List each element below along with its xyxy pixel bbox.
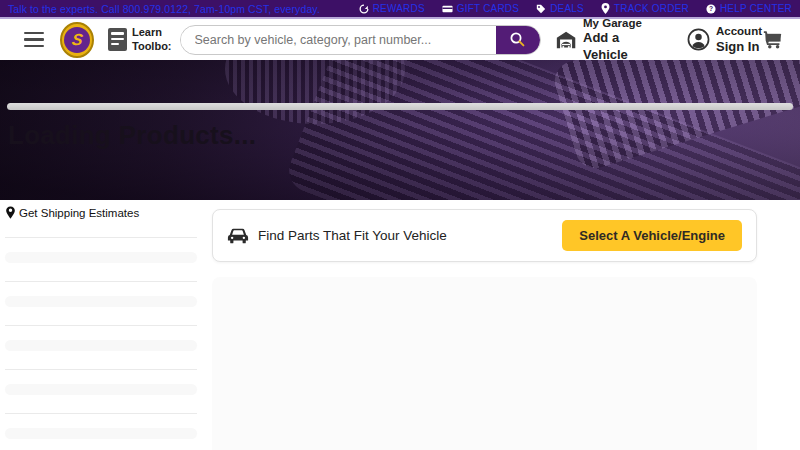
sidebar-skeleton-row [5, 369, 197, 395]
phone-support-link[interactable]: Talk to the experts. Call 800.979.0122, … [8, 3, 320, 15]
account-icon [687, 28, 710, 51]
gift-cards-label: GIFT CARDS [457, 3, 519, 14]
rewards-label: REWARDS [373, 3, 425, 14]
divider [5, 369, 197, 370]
location-pin-icon [5, 206, 16, 219]
learn-toolbox-label: Learn Toolbo: [132, 26, 172, 54]
toolbox-list-icon [108, 28, 127, 51]
divider [5, 413, 197, 414]
main-column: Find Parts That Fit Your Vehicle Select … [212, 209, 757, 450]
my-garage-link[interactable]: My Garage Add a Vehicle [555, 16, 661, 63]
sidebar-skeleton-row [5, 237, 197, 263]
skeleton-bar [5, 428, 197, 439]
cart-icon [762, 29, 784, 50]
divider [5, 237, 197, 238]
utility-links: REWARDS GIFT CARDS DEALS TRACK ORDER [359, 3, 792, 14]
deals-label: DEALS [550, 3, 584, 14]
divider [5, 281, 197, 282]
learn-toolbox-link[interactable]: Learn Toolbo: [108, 26, 172, 54]
account-label: Account Sign In [716, 24, 762, 55]
skeleton-bar [5, 252, 197, 263]
account-sign-in-link[interactable]: Account Sign In [687, 24, 762, 55]
help-center-icon: ? [706, 4, 716, 14]
filters-sidebar: Get Shipping Estimates [5, 206, 197, 450]
loading-progress-bar [7, 103, 793, 110]
vehicle-fitment-card: Find Parts That Fit Your Vehicle Select … [212, 209, 757, 262]
sidebar-skeleton-row [5, 413, 197, 439]
rewards-link[interactable]: REWARDS [359, 3, 425, 14]
deals-icon [536, 4, 546, 14]
cart-button[interactable] [762, 29, 784, 50]
car-icon [227, 227, 249, 245]
skeleton-bar [5, 384, 197, 395]
search-button[interactable] [496, 25, 540, 55]
track-order-link[interactable]: TRACK ORDER [601, 3, 689, 14]
skeleton-bar [5, 296, 197, 307]
skeleton-bar [5, 340, 197, 351]
loading-products-text: Loading Products... [8, 120, 256, 151]
rewards-icon [359, 4, 369, 14]
main-header: S Learn Toolbo: My Garage [0, 19, 800, 60]
garage-icon [555, 28, 577, 52]
deals-link[interactable]: DEALS [536, 3, 584, 14]
divider [5, 325, 197, 326]
select-vehicle-button[interactable]: Select A Vehicle/Engine [562, 220, 742, 251]
shipping-estimates-label: Get Shipping Estimates [19, 207, 139, 219]
hero-banner: Loading Products... [0, 60, 800, 200]
search-icon [509, 31, 526, 48]
help-center-link[interactable]: ? HELP CENTER [706, 3, 792, 14]
my-garage-label: My Garage Add a Vehicle [583, 16, 661, 63]
search-input[interactable] [181, 33, 496, 47]
track-order-label: TRACK ORDER [614, 3, 689, 14]
gift-cards-icon [442, 4, 453, 14]
menu-hamburger-icon[interactable] [24, 32, 44, 48]
top-utility-bar: Talk to the experts. Call 800.979.0122, … [0, 0, 800, 19]
brand-logo-inner: S [64, 27, 90, 53]
sidebar-skeleton-row [5, 281, 197, 307]
fitment-label: Find Parts That Fit Your Vehicle [258, 228, 447, 243]
svg-text:?: ? [709, 5, 713, 12]
products-loading-skeleton [212, 277, 757, 450]
brand-logo[interactable]: S [60, 22, 94, 58]
brand-logo-letter: S [71, 31, 84, 49]
content-area: Get Shipping Estimates [0, 200, 800, 450]
search-bar [180, 25, 541, 55]
sidebar-skeleton-row [5, 325, 197, 351]
shipping-estimates-link[interactable]: Get Shipping Estimates [5, 206, 197, 219]
gift-cards-link[interactable]: GIFT CARDS [442, 3, 519, 14]
help-center-label: HELP CENTER [720, 3, 792, 14]
track-order-icon [601, 3, 610, 14]
